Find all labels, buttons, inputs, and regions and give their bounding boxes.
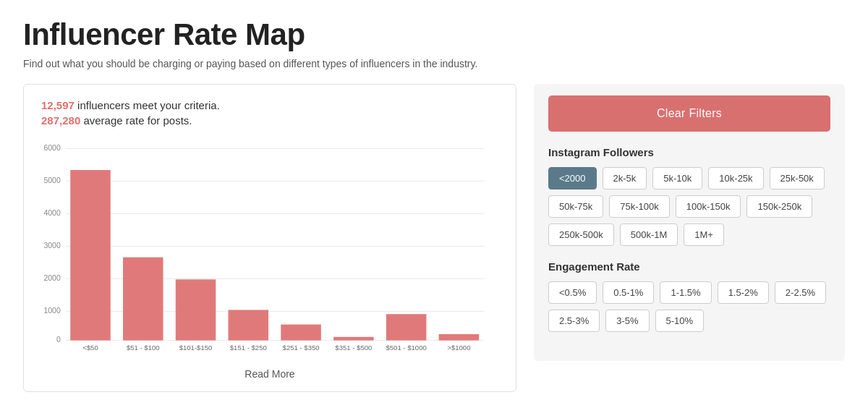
tag-250k-500k[interactable]: 250k-500k [548,223,614,246]
page-title: Influencer Rate Map [23,17,845,52]
bar-251-350 [281,325,321,341]
chart-svg: 6000 5000 4000 3000 2000 1000 0 <$50 [41,138,498,359]
instagram-followers-tags: <2000 2k-5k 5k-10k 10k-25k 25k-50k 50k-7… [548,167,830,246]
chart-panel: 12,597 influencers meet your criteria. 2… [23,84,516,392]
tag-lt-0-5[interactable]: <0.5% [548,281,597,304]
svg-text:$351 - $500: $351 - $500 [335,344,372,352]
influencer-label: influencers meet your criteria. [75,99,220,111]
tag-lt2000[interactable]: <2000 [548,167,597,190]
tag-2-5-3[interactable]: 2.5-3% [548,310,600,332]
tag-0-5-1[interactable]: 0.5-1% [603,281,654,304]
influencer-count: 12,597 [41,99,75,111]
tag-2k-5k[interactable]: 2k-5k [603,167,647,190]
instagram-followers-label: Instagram Followers [548,146,830,158]
read-more-link[interactable]: Read More [41,368,498,380]
tag-1-5-2[interactable]: 1.5-2% [718,281,769,304]
bar-chart: 6000 5000 4000 3000 2000 1000 0 <$50 [41,138,498,362]
svg-text:>$1000: >$1000 [447,344,470,352]
svg-text:6000: 6000 [43,143,61,152]
tag-100k-150k[interactable]: 100k-150k [676,195,741,218]
page-subtitle: Find out what you should be charging or … [23,58,845,69]
tag-2-2-5[interactable]: 2-2.5% [775,281,826,304]
svg-text:$501 - $1000: $501 - $1000 [386,344,426,352]
svg-text:$151 - $250: $151 - $250 [230,344,267,352]
tag-5k-10k[interactable]: 5k-10k [652,167,702,190]
bar-101-150 [176,279,216,340]
avg-rate-line: 287,280 average rate for posts. [41,114,498,127]
bar-gt1000 [439,334,480,341]
instagram-followers-section: Instagram Followers <2000 2k-5k 5k-10k 1… [548,146,830,246]
bar-351-500 [333,337,374,341]
filter-panel: Clear Filters Instagram Followers <2000 … [534,84,845,361]
svg-text:5000: 5000 [43,176,61,184]
tag-1-1-5[interactable]: 1-1.5% [660,281,711,304]
engagement-rate-label: Engagement Rate [548,260,830,273]
tag-3-5[interactable]: 3-5% [605,310,649,332]
svg-text:4000: 4000 [43,208,61,217]
bar-51-100 [123,257,163,341]
influencer-count-line: 12,597 influencers meet your criteria. [41,99,498,111]
svg-text:$101-$150: $101-$150 [179,344,213,352]
svg-text:0: 0 [56,335,61,344]
tag-25k-50k[interactable]: 25k-50k [770,167,825,190]
bar-501-1000 [386,314,427,340]
tag-75k-100k[interactable]: 75k-100k [609,195,669,218]
tag-150k-250k[interactable]: 150k-250k [746,195,812,218]
clear-filters-button[interactable]: Clear Filters [548,95,830,132]
avg-rate: 287,280 [41,114,80,127]
svg-text:$51 - $100: $51 - $100 [127,344,160,352]
main-layout: 12,597 influencers meet your criteria. 2… [23,84,845,392]
engagement-rate-section: Engagement Rate <0.5% 0.5-1% 1-1.5% 1.5-… [548,260,830,332]
avg-rate-label: average rate for posts. [80,114,192,127]
engagement-rate-tags: <0.5% 0.5-1% 1-1.5% 1.5-2% 2-2.5% 2.5-3%… [548,281,830,332]
svg-text:2000: 2000 [43,273,61,282]
svg-text:1000: 1000 [43,306,61,315]
svg-text:$251 - $350: $251 - $350 [283,344,320,352]
tag-5-10[interactable]: 5-10% [655,310,705,332]
bar-151-250 [229,310,269,340]
bar-lt50 [70,170,111,341]
tag-500k-1m[interactable]: 500k-1M [620,223,678,246]
svg-text:3000: 3000 [43,241,61,250]
tag-50k-75k[interactable]: 50k-75k [548,195,603,218]
tag-10k-25k[interactable]: 10k-25k [708,167,763,190]
tag-1m-plus[interactable]: 1M+ [684,223,724,246]
svg-text:<$50: <$50 [82,344,98,352]
